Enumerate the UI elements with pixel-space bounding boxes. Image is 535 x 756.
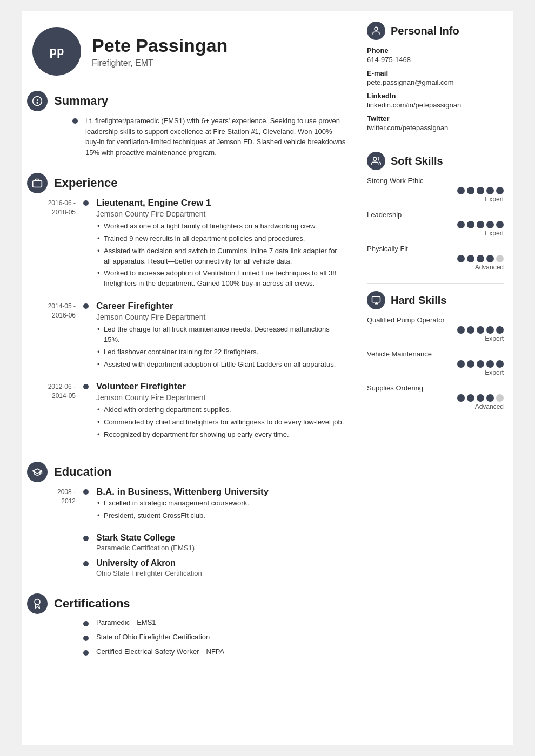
edu-sub: Ohio State Firefighter Certification: [96, 569, 346, 577]
skill-row: Physically Fit Advanced: [367, 245, 504, 271]
divider-1: [367, 144, 504, 144]
certifications-section: Certifications Paramedic—EMS1 State of O…: [22, 589, 357, 662]
svg-rect-7: [372, 296, 380, 302]
dot-col: [81, 647, 91, 656]
field-label: Twitter: [367, 114, 504, 123]
bullet-item: Assisted with decision and switch to Cum…: [96, 246, 346, 267]
cert-content: State of Ohio Firefighter Certification: [91, 633, 357, 641]
dot-col: [81, 198, 91, 291]
bullet-dot: [72, 118, 78, 124]
summary-title: Summary: [54, 94, 108, 108]
hard-skills-section: Hard Skills Qualified Pump Operator Expe…: [367, 291, 504, 410]
dot-col: [81, 301, 91, 372]
field-value: pete.passignan@gmail.com: [367, 78, 504, 86]
field-label: LinkedIn: [367, 92, 504, 100]
svg-point-5: [374, 27, 378, 30]
skill-dot: [467, 326, 474, 334]
hard-skills-header: Hard Skills: [367, 291, 504, 309]
certification-entry: Paramedic—EMS1: [32, 618, 357, 626]
spacer: [32, 558, 81, 577]
bullet-dot: [83, 303, 89, 309]
cert-content: Certified Electrical Safety Worker—NFPA: [91, 647, 357, 656]
education-title: Education: [54, 465, 111, 479]
skill-name: Strong Work Ethic: [367, 177, 504, 185]
skill-level: Advanced: [367, 403, 504, 410]
skill-row: Vehicle Maintenance Expert: [367, 350, 504, 376]
bullet-dot: [83, 636, 89, 641]
experience-entry: 2016-06 -2018-05 Lieutenant, Engine Crew…: [32, 198, 357, 291]
bullet-dot: [83, 650, 89, 656]
field-value: linkedin.com/in/petepassignan: [367, 101, 504, 109]
skill-dot: [457, 187, 465, 194]
summary-text: Lt. firefighter/paramedic (EMS1) with 6+…: [80, 116, 357, 158]
skill-dot: [477, 394, 484, 402]
candidate-name: Pete Passingan: [92, 35, 228, 56]
dot-col: [81, 618, 91, 626]
personal-info-section: Personal Info Phone 614-975-1468 E-mail …: [367, 22, 504, 132]
cert-name: State of Ohio Firefighter Certification: [96, 633, 346, 641]
experience-entry: 2012-06 -2014-05 Volunteer Firefighter J…: [32, 381, 357, 442]
svg-point-2: [37, 103, 38, 104]
company-name: Jemson County Fire Department: [96, 313, 346, 321]
skill-dot: [467, 187, 474, 194]
bullet-dot: [83, 200, 89, 206]
skill-dots: [367, 187, 504, 194]
summary-header: Summary: [22, 86, 357, 116]
soft-skills-icon: [367, 152, 385, 170]
bullet-item: Led the charge for all truck maintenance…: [96, 325, 346, 345]
bullet-list: Excelled in strategic management coursew…: [96, 498, 346, 521]
skill-dot: [496, 187, 504, 194]
skill-row: Strong Work Ethic Expert: [367, 177, 504, 203]
right-column: Personal Info Phone 614-975-1468 E-mail …: [357, 11, 513, 745]
resume-container: pp Pete Passingan Firefighter, EMT Summa…: [22, 11, 513, 745]
bullet-item: Worked to increase adoption of Ventilati…: [96, 268, 346, 289]
soft-skills-title: Soft Skills: [391, 155, 443, 167]
skill-dot: [457, 326, 465, 334]
date: 2016-06 -2018-05: [32, 198, 81, 291]
company-name: Jemson County Fire Department: [96, 393, 346, 402]
hard-skills-icon: [367, 291, 385, 309]
personal-info-field: Phone 614-975-1468: [367, 46, 504, 64]
skill-dot: [486, 255, 494, 262]
job-title: Volunteer Firefighter: [96, 381, 346, 392]
date: 2008 -2012: [32, 487, 81, 523]
date: 2014-05 -2016-06: [32, 301, 81, 372]
date: 2012-06 -2014-05: [32, 381, 81, 442]
skill-dot: [467, 255, 474, 262]
left-column: pp Pete Passingan Firefighter, EMT Summa…: [22, 11, 357, 745]
company-name: Jemson County Fire Department: [96, 210, 346, 218]
skill-row: Qualified Pump Operator Expert: [367, 316, 504, 342]
experience-body: 2016-06 -2018-05 Lieutenant, Engine Crew…: [22, 198, 357, 452]
cert-content: Paramedic—EMS1: [91, 618, 357, 626]
cert-name: Certified Electrical Safety Worker—NFPA: [96, 647, 346, 656]
skill-dot: [477, 221, 484, 228]
skill-level: Expert: [367, 335, 504, 342]
education-entry-nodatetime: Stark State College Paramedic Certificat…: [32, 533, 357, 552]
skill-level: Advanced: [367, 264, 504, 271]
dot-col: [81, 487, 91, 523]
skill-level: Expert: [367, 369, 504, 376]
personal-info-field: LinkedIn linkedin.com/in/petepassignan: [367, 92, 504, 109]
skill-name: Qualified Pump Operator: [367, 316, 504, 324]
summary-dot: [70, 116, 80, 158]
experience-header: Experience: [22, 168, 357, 198]
education-body: 2008 -2012 B.A. in Business, Wittenberg …: [22, 487, 357, 584]
skill-dot: [457, 255, 465, 262]
edu-title: B.A. in Business, Wittenberg University: [96, 487, 346, 497]
dot-col: [81, 381, 91, 442]
skill-name: Supplies Ordering: [367, 384, 504, 392]
soft-skills-header: Soft Skills: [367, 152, 504, 170]
skill-dot: [486, 326, 494, 334]
entry-content: B.A. in Business, Wittenberg University …: [91, 487, 357, 523]
spacer: [32, 647, 81, 656]
candidate-title: Firefighter, EMT: [92, 58, 228, 68]
skill-dot: [477, 187, 484, 194]
skill-dot: [467, 221, 474, 228]
skill-level: Expert: [367, 195, 504, 203]
skill-dot: [467, 394, 474, 402]
cert-name: Paramedic—EMS1: [96, 618, 346, 626]
dot-col: [81, 633, 91, 641]
edu-content: University of Akron Ohio State Firefight…: [91, 558, 357, 577]
field-value: twitter.com/petepassignan: [367, 124, 504, 132]
education-section: Education 2008 -2012 B.A. in Business, W…: [22, 457, 357, 584]
